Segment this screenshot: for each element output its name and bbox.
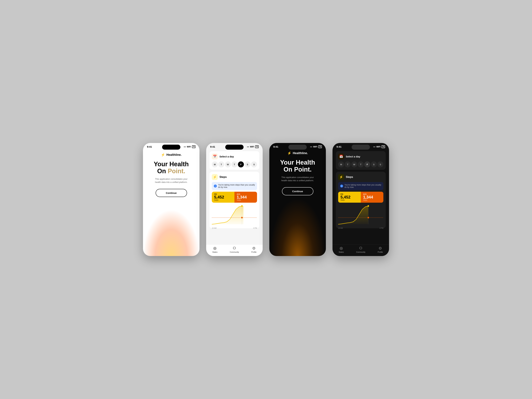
fri-label-2: FRI: [214, 193, 232, 195]
continue-button-1[interactable]: Continue: [156, 189, 187, 197]
info-dot-2: i: [214, 184, 217, 188]
day-selector-4: 📅 Select a day MTWTFSS: [336, 151, 386, 170]
select-day-title-4: Select a day: [346, 155, 360, 158]
status-bar-4: 9:41 ▪▪▪ WiFi 70: [332, 143, 389, 149]
hero-line2-3: On: [284, 166, 294, 173]
continue-button-3[interactable]: Continue: [282, 187, 313, 195]
brand-logo-3: ⚡ Healthline.: [287, 151, 308, 155]
signal-icon-2: ▪▪▪: [247, 146, 249, 148]
fri-steps-2: 5,452: [214, 195, 232, 199]
dynamic-island-1: [162, 145, 180, 150]
phone-4-main: 📅 Select a day MTWTFSS ⚡ Steps i You're …: [332, 149, 389, 241]
bottom-nav-2: ◎ States ⚇ Community ⊙ Profile: [206, 244, 263, 256]
status-time-3: 9:41: [273, 145, 278, 148]
battery-icon-3: 70: [318, 145, 322, 148]
days-row-4[interactable]: MTWTFSS: [338, 161, 383, 167]
status-time-2: 9:41: [210, 145, 215, 148]
avg-label-2: AVG: [237, 193, 255, 195]
day-btn-light-T-3[interactable]: T: [231, 161, 237, 167]
dynamic-island-4: [352, 145, 370, 150]
time-start-4: 10 AM: [338, 227, 343, 229]
phone-1-splash-light: 9:41 ▪▪▪ WiFi 70 ⚡ Healthline. Your Heal…: [143, 143, 200, 256]
day-btn-light-T-1[interactable]: T: [218, 161, 224, 167]
day-btn-dark-T-3[interactable]: T: [358, 161, 364, 167]
wifi-icon-2: WiFi: [250, 146, 254, 148]
community-label-4: Community: [356, 251, 365, 253]
fri-label-4: FRI: [341, 193, 358, 195]
signal-icon-1: ▪▪▪: [184, 146, 186, 148]
nav-community-4[interactable]: ⚇ Community: [356, 246, 365, 253]
phone-3-splash-dark: 9:41 ▪▪▪ WiFi 70 ⚡ Healthline. Your Heal…: [269, 143, 326, 256]
chart-labels-4: 10 AM 4 PM: [338, 227, 383, 229]
phone-1-main: ⚡ Healthline. Your Health On Point. This…: [143, 149, 200, 197]
steps-fri-2: FRI 5,452 Steps: [212, 192, 234, 203]
bolt-icon-3: ⚡: [287, 151, 291, 155]
bolt-steps-icon-2: ⚡: [212, 174, 218, 180]
bottom-nav-4: ◎ States ⚇ Community ⊙ Profile: [332, 244, 389, 256]
svg-point-4: [367, 205, 369, 207]
steps-fri-4: FRI 5,452 Steps: [338, 192, 361, 203]
steps-info-text-4: You're taking more steps than you usuall…: [344, 184, 381, 188]
brand-logo-1: ⚡ Healthline.: [161, 153, 182, 157]
dynamic-island-3: [288, 145, 307, 150]
hero-title-3: Your Health On Point.: [280, 159, 315, 173]
hero-title-1: Your Health On Point.: [154, 161, 189, 175]
bolt-icon-1: ⚡: [161, 153, 165, 157]
day-btn-light-F-4[interactable]: F: [238, 161, 244, 167]
hero-line1-3: Your Health: [280, 159, 315, 166]
states-label-4: States: [339, 251, 344, 253]
brand-name-3: Healthline.: [293, 152, 308, 155]
day-btn-light-W-2[interactable]: W: [225, 161, 231, 167]
day-btn-dark-S-5[interactable]: S: [371, 161, 377, 167]
day-btn-light-M-0[interactable]: M: [212, 161, 218, 167]
status-bar-2: 9:41 ▪▪▪ WiFi 70: [206, 143, 263, 149]
nav-profile-2[interactable]: ⊙ Profile: [251, 246, 257, 253]
fri-steps-4: 5,452: [341, 195, 358, 199]
svg-point-2: [241, 217, 243, 218]
calendar-icon-4: 📅: [338, 153, 344, 159]
calendar-icon-2: 📅: [212, 153, 218, 159]
time-end-4: 4 PM: [380, 227, 383, 229]
chart-4: 10 AM 4 PM: [338, 204, 383, 226]
bolt-steps-icon-4: ⚡: [338, 174, 344, 180]
nav-states-4[interactable]: ◎ States: [339, 246, 344, 253]
status-bar-3: 9:41 ▪▪▪ WiFi 70: [269, 143, 326, 149]
day-btn-dark-W-2[interactable]: W: [351, 161, 357, 167]
svg-point-5: [367, 217, 369, 218]
phones-container: 9:41 ▪▪▪ WiFi 70 ⚡ Healthline. Your Heal…: [143, 143, 389, 256]
nav-community-2[interactable]: ⚇ Community: [230, 246, 239, 253]
hero-subtitle-3: This application consolidates your healt…: [279, 176, 316, 182]
wifi-icon-4: WiFi: [376, 146, 380, 148]
days-row-2[interactable]: MTWTFSS: [212, 161, 257, 167]
dynamic-island-2: [225, 145, 244, 150]
steps-info-4: i You're taking more steps than you usua…: [338, 182, 383, 190]
nav-profile-4[interactable]: ⊙ Profile: [378, 246, 383, 253]
steps-avg-2: AVG 1,344 Steps: [234, 192, 257, 203]
day-btn-dark-T-1[interactable]: T: [345, 161, 351, 167]
day-btn-dark-M-0[interactable]: M: [338, 161, 344, 167]
day-btn-dark-S-6[interactable]: S: [377, 161, 383, 167]
day-btn-light-S-5[interactable]: S: [245, 161, 251, 167]
status-time-4: 9:41: [336, 145, 342, 148]
day-btn-dark-F-4[interactable]: F: [364, 161, 370, 167]
chart-labels-2: 10 AM 4 PM: [212, 227, 257, 229]
nav-states-2[interactable]: ◎ States: [212, 246, 217, 253]
steps-stats-4: FRI 5,452 Steps AVG 1,344 Steps: [338, 192, 383, 203]
states-icon-2: ◎: [213, 246, 216, 250]
avg-steps-2: 1,344: [237, 195, 255, 199]
profile-icon-2: ⊙: [252, 246, 255, 250]
phone-4-steps-dark: 9:41 ▪▪▪ WiFi 70 📅 Select a day MTWTFSS …: [332, 143, 389, 256]
steps-stats-2: FRI 5,452 Steps AVG 1,344 Steps: [212, 192, 257, 203]
avg-steps-4: 1,344: [363, 195, 381, 199]
battery-icon-1: 70: [192, 145, 196, 148]
time-start-2: 10 AM: [212, 227, 216, 229]
status-time-1: 9:41: [147, 145, 152, 148]
phone-2-steps-light: 9:41 ▪▪▪ WiFi 70 📅 Select a day MTWTFSS …: [206, 143, 263, 256]
day-btn-light-S-6[interactable]: S: [251, 161, 257, 167]
wifi-icon-3: WiFi: [313, 146, 317, 148]
battery-icon-2: 70: [255, 145, 259, 148]
phone-3-main: ⚡ Healthline. Your Health On Point. This…: [269, 149, 326, 195]
select-day-title-2: Select a day: [219, 155, 234, 158]
profile-label-4: Profile: [378, 251, 383, 253]
phone-2-main: 📅 Select a day MTWTFSS ⚡ Steps i You're …: [206, 149, 263, 241]
